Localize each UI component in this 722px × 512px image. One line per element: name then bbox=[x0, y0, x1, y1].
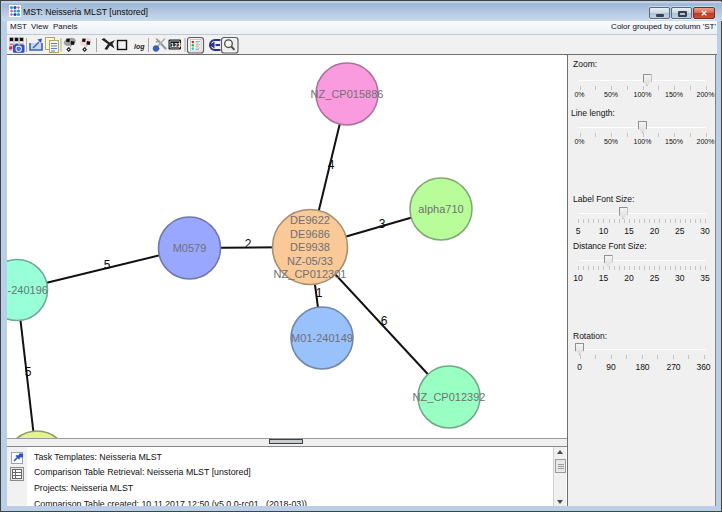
svg-text:4: 4 bbox=[328, 158, 335, 172]
svg-text:NZ_CP012301: NZ_CP012301 bbox=[274, 268, 347, 280]
svg-text:6: 6 bbox=[381, 314, 388, 328]
svg-text:M0579: M0579 bbox=[173, 242, 207, 254]
svg-text:M01-240196: M01-240196 bbox=[7, 284, 48, 296]
svg-text:123: 123 bbox=[171, 42, 182, 48]
svg-text:DE9686: DE9686 bbox=[290, 228, 330, 240]
svg-text:1: 1 bbox=[316, 286, 323, 300]
svg-text:5: 5 bbox=[25, 365, 32, 379]
svg-text:3: 3 bbox=[379, 217, 386, 231]
svg-text:NZ-05/33: NZ-05/33 bbox=[287, 255, 333, 267]
svg-text:NZ_CP012392: NZ_CP012392 bbox=[413, 391, 486, 403]
svg-text:NZ_CP015886: NZ_CP015886 bbox=[311, 88, 384, 100]
svg-text:DE9938: DE9938 bbox=[290, 241, 330, 253]
svg-text:2: 2 bbox=[245, 237, 252, 251]
svg-text:alpha710: alpha710 bbox=[418, 203, 463, 215]
svg-text:M01-240149: M01-240149 bbox=[291, 332, 353, 344]
svg-text:DE9622: DE9622 bbox=[290, 214, 330, 226]
svg-text:log: log bbox=[134, 43, 145, 51]
svg-text:5: 5 bbox=[104, 258, 111, 272]
